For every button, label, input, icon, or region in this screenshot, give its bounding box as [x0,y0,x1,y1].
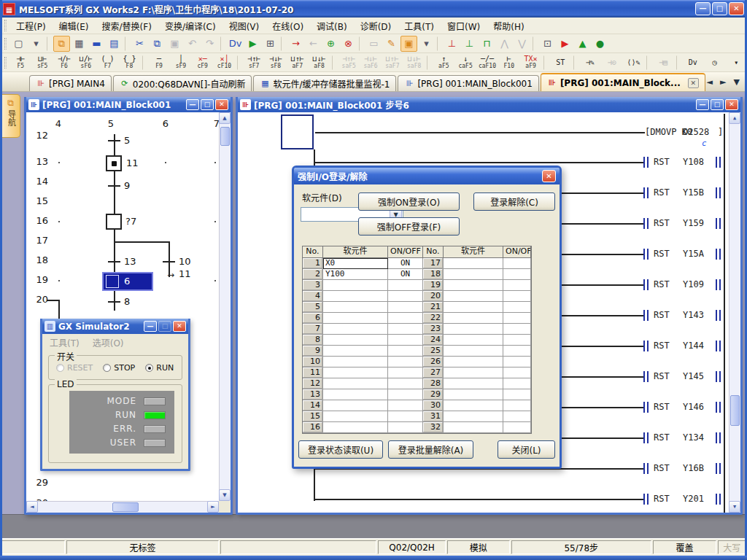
menu-item[interactable]: 编辑(E) [53,18,96,34]
monitor-mode-icon[interactable]: ▣ [400,36,417,52]
simulation-info-icon[interactable]: ● [592,36,608,52]
zoom-list-icon[interactable]: ⋁ [514,36,530,52]
onoff-cell[interactable] [503,280,531,291]
row-number-cell[interactable]: 4 [303,291,323,302]
row-number-cell[interactable]: 1 [303,258,323,269]
document-tab[interactable]: ⟳ 0200:Q68DAVN[]-自动刷新 ✕ [113,75,252,91]
toolbar-button[interactable] [281,36,285,51]
device-cell[interactable] [323,357,388,368]
device-cell[interactable] [444,411,503,422]
toolbar-button[interactable] [359,36,363,51]
onoff-cell[interactable]: ON [388,258,423,269]
zoom-graph-icon[interactable]: ⋀ [496,36,513,52]
scroll-right-icon[interactable]: ► [207,501,219,513]
switch-radio[interactable]: RESET [56,363,93,373]
row-number-cell[interactable]: 18 [423,269,444,280]
ladder-symbol-button[interactable]: Dv [682,54,703,71]
device-test-icon[interactable]: ▶ [244,36,261,52]
row-number-cell[interactable]: 23 [423,324,444,335]
maximize-button[interactable]: □ [712,2,727,15]
write-to-plc-icon[interactable]: → [287,36,304,52]
ladder-step-box[interactable] [281,114,314,149]
sfc-step-start-icon[interactable]: ⊥ [444,36,460,52]
onoff-cell[interactable] [503,335,531,346]
device-cell[interactable] [444,335,503,346]
onoff-cell[interactable] [503,302,531,313]
ladder-symbol-button[interactable]: ─/─ caF10 [477,54,498,71]
device-cell[interactable] [444,280,503,291]
scroll-down-icon[interactable]: ▼ [219,489,231,501]
toolbar-button[interactable] [437,36,441,51]
toolbar-button[interactable] [125,36,129,51]
onoff-cell[interactable] [388,357,423,368]
onoff-cell[interactable] [503,422,531,433]
document-tab[interactable]: ⊪ [PRG] 001:MAIN_Block... ✕ [541,73,705,91]
buffer-memory-icon[interactable]: ⊞ [262,36,279,52]
menu-item[interactable]: 窗口(W) [441,18,487,34]
sfc-transition-icon[interactable]: ⊥ [461,36,478,52]
sfc-selected-step-box[interactable]: 6 [102,272,153,291]
menu-item[interactable]: 搜索/替换(F) [96,18,158,34]
sfc-active-step-box[interactable] [106,155,122,171]
onoff-cell[interactable] [503,411,531,422]
close-button[interactable]: ✕ [729,2,744,15]
device-cell[interactable] [323,302,388,313]
sfc-transition-mark[interactable] [108,140,120,141]
ladder-symbol-button[interactable]: ⊣⊢ F5 [10,54,31,71]
simulator-titlebar[interactable]: ▥ GX Simulator2 — □ ✕ [42,319,188,334]
device-cell[interactable] [323,422,388,433]
switch-radio[interactable]: RUN [145,363,174,373]
ladder-symbol-button[interactable]: ⊔⇓⊢ saF8 [403,54,425,71]
scrollbar-thumb[interactable] [220,127,230,146]
row-number-cell[interactable]: 15 [303,411,323,422]
tab-scroll-right-icon[interactable]: ► [720,77,726,87]
ladder-symbol-button[interactable]: ST [550,54,571,71]
simulation-warning-icon[interactable]: ▲ [574,36,591,52]
device-cell[interactable] [323,368,388,378]
tab-scroll-left-icon[interactable]: ◄ [707,77,713,87]
copy-icon[interactable]: ⧉ [149,36,166,52]
row-number-cell[interactable]: 28 [423,378,444,389]
onoff-cell[interactable] [503,389,531,400]
onoff-cell[interactable] [388,302,423,313]
menu-item[interactable]: 视图(V) [222,18,266,34]
sfc-transition-mark[interactable] [108,185,120,187]
device-display-icon[interactable]: Dv [227,36,244,52]
ladder-symbol-button[interactable]: │ sF9 [170,54,191,71]
row-number-cell[interactable]: 16 [303,422,323,433]
row-number-cell[interactable]: 6 [303,313,323,324]
row-number-cell[interactable]: 24 [423,335,444,346]
ladder-symbol-button[interactable]: ⊔/⊢ sF6 [75,54,96,71]
row-number-cell[interactable]: 20 [423,291,444,302]
device-cell[interactable] [444,422,503,433]
module-configuration-icon[interactable]: ▦ [71,36,88,52]
onoff-cell[interactable] [503,357,531,368]
ladder-symbol-button[interactable]: { } F8 [119,54,140,71]
onoff-cell[interactable] [388,280,423,291]
batch-cancel-button[interactable]: 登录批量解除(A) [388,440,473,459]
scroll-up-icon[interactable]: ▲ [219,112,231,124]
sfc-close-button[interactable]: ✕ [215,99,228,110]
ladder-symbol-button[interactable]: ◷ [704,54,725,71]
read-from-plc-icon[interactable]: ← [305,36,322,52]
toolbar-button[interactable] [220,36,225,51]
redo-icon[interactable]: ↷ [201,36,218,52]
row-number-cell[interactable]: 26 [423,357,444,368]
force-off-button[interactable]: 强制OFF登录(F) [358,217,460,236]
switch-radio[interactable]: STOP [103,363,135,373]
ladder-symbol-button[interactable] [142,55,147,70]
menu-item[interactable]: 诊断(D) [354,18,398,34]
navigation-window-icon[interactable]: ⧉ [53,36,70,52]
ladder-symbol-button[interactable]: ⊣↑⊢ sF7 [244,54,265,71]
onoff-cell[interactable] [503,258,531,269]
new-project-icon[interactable]: ▢ [10,36,27,52]
ladder-symbol-button[interactable]: ⊣↓⊢ sF8 [266,54,287,71]
sfc-horizontal-scrollbar[interactable]: ◄ ► [26,501,219,513]
comment-display-icon[interactable]: ▭ [365,36,382,52]
scrollbar-thumb[interactable] [730,395,740,426]
scroll-down-icon[interactable]: ▼ [729,501,740,513]
statement-edit-icon[interactable]: ✎ [383,36,400,52]
onoff-cell[interactable] [388,368,423,378]
onoff-cell[interactable] [388,324,423,335]
dialog-close-button[interactable]: ✕ [542,170,556,182]
